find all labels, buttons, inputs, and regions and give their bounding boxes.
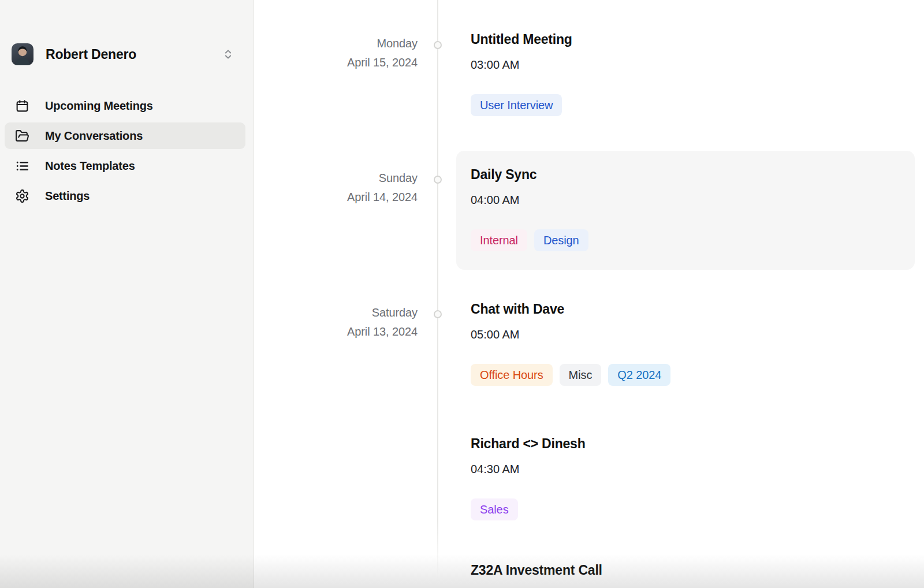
chevrons-up-down-icon (222, 48, 234, 61)
date-group-label: Monday April 15, 2024 (347, 34, 418, 72)
user-name: Robert Denero (46, 47, 136, 62)
weekday: Saturday (347, 303, 418, 322)
conversations-timeline: Monday April 15, 2024 Sunday April 14, 2… (255, 0, 924, 588)
tag-row: Office Hours Misc Q2 2024 (471, 364, 670, 386)
tag: Sales (471, 498, 518, 520)
folder-icon (15, 129, 29, 143)
tag-row: Internal Design (471, 229, 915, 251)
date: April 15, 2024 (347, 53, 418, 72)
meeting-title: Richard <> Dinesh (471, 434, 586, 453)
sidebar-item-label: Notes Templates (45, 159, 135, 173)
date-group-label: Saturday April 13, 2024 (347, 303, 418, 341)
tag-row: User Interview (471, 94, 572, 116)
app-window: Robert Denero Upcoming Meetings (0, 0, 924, 588)
tag: Design (534, 229, 588, 251)
meeting-title: Untitled Meeting (471, 30, 572, 49)
account-switcher[interactable]: Robert Denero (12, 42, 234, 66)
tag-row: Sales (471, 498, 586, 520)
tag: Office Hours (471, 364, 553, 386)
sidebar-item-label: Settings (45, 189, 90, 203)
date: April 14, 2024 (347, 188, 418, 207)
sidebar-nav: Upcoming Meetings My Conversations (5, 92, 245, 213)
tag: Misc (560, 364, 602, 386)
meeting-time: 04:00 AM (471, 191, 915, 209)
timeline-dot (434, 41, 442, 49)
tag: User Interview (471, 94, 562, 116)
meeting-item-z32a-investment-call[interactable]: Z32A Investment Call (471, 561, 602, 579)
meeting-title: Z32A Investment Call (471, 561, 602, 579)
meeting-time: 05:00 AM (471, 326, 670, 343)
tag: Internal (471, 229, 527, 251)
sidebar-item-settings[interactable]: Settings (5, 183, 245, 209)
weekday: Sunday (347, 169, 418, 188)
meeting-item-richard-dinesh[interactable]: Richard <> Dinesh 04:30 AM Sales (471, 434, 586, 520)
sidebar-item-label: My Conversations (45, 129, 143, 143)
timeline-dot (434, 310, 442, 318)
date-group-label: Sunday April 14, 2024 (347, 169, 418, 207)
sidebar: Robert Denero Upcoming Meetings (0, 0, 254, 588)
sidebar-item-notes-templates[interactable]: Notes Templates (5, 152, 245, 179)
meeting-item-untitled-meeting[interactable]: Untitled Meeting 03:00 AM User Interview (471, 30, 572, 116)
meeting-item-daily-sync[interactable]: Daily Sync 04:00 AM Internal Design (456, 151, 915, 270)
meeting-item-chat-with-dave[interactable]: Chat with Dave 05:00 AM Office Hours Mis… (471, 300, 670, 386)
list-icon (15, 159, 29, 173)
date: April 13, 2024 (347, 322, 418, 341)
sidebar-item-my-conversations[interactable]: My Conversations (5, 122, 245, 149)
timeline-line (437, 0, 438, 579)
avatar (12, 43, 33, 65)
gear-icon (15, 189, 29, 203)
sidebar-item-upcoming-meetings[interactable]: Upcoming Meetings (5, 92, 245, 119)
calendar-icon (15, 99, 29, 113)
weekday: Monday (347, 34, 418, 53)
timeline-dot (434, 176, 442, 184)
meeting-title: Daily Sync (471, 165, 915, 184)
sidebar-item-label: Upcoming Meetings (45, 99, 153, 113)
tag: Q2 2024 (608, 364, 670, 386)
meeting-time: 04:30 AM (471, 460, 586, 478)
meeting-title: Chat with Dave (471, 300, 670, 318)
meeting-time: 03:00 AM (471, 56, 572, 73)
